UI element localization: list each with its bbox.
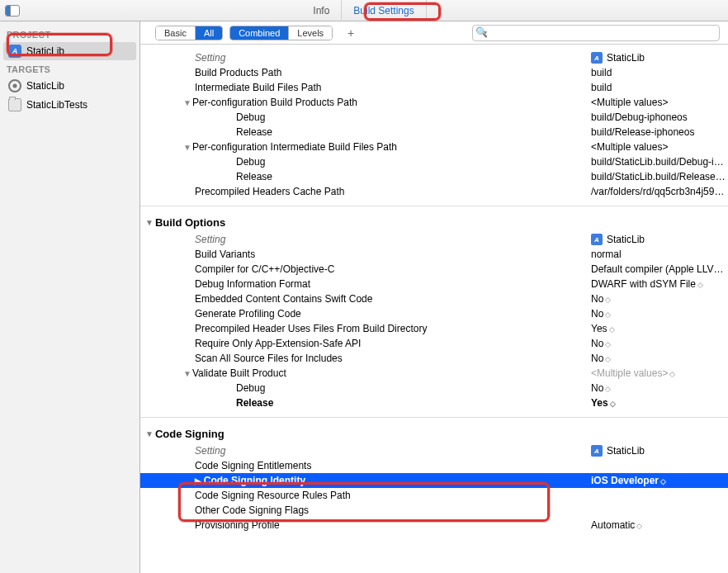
project-icon [591, 445, 603, 457]
sidebar-project-name: StaticLib [26, 45, 64, 57]
setting-val[interactable]: build [591, 65, 728, 80]
setting-val[interactable] [591, 458, 728, 473]
setting-key[interactable]: Release [140, 125, 591, 140]
column-setting: Setting [140, 232, 591, 247]
setting-val[interactable]: build/Release-iphoneos [591, 125, 728, 140]
setting-key[interactable]: Generate Profiling Code [140, 306, 591, 321]
section-code-signing[interactable]: ▼Code Signing [140, 423, 728, 443]
setting-key[interactable]: Compiler for C/C++/Objective-C [140, 262, 591, 277]
setting-group[interactable]: ▼Per-configuration Intermediate Build Fi… [140, 140, 591, 154]
filter-bar: Basic All Combined Levels + 🔍 ▾ [140, 21, 728, 45]
setting-val[interactable]: DWARF with dSYM File◇ [591, 277, 728, 291]
setting-val[interactable]: build/StaticLib.build/Release-iphoneos [591, 169, 728, 184]
column-target: StaticLib [591, 232, 728, 247]
scope-all[interactable]: All [196, 26, 222, 40]
scope-basic[interactable]: Basic [156, 26, 196, 40]
setting-key[interactable]: Precompiled Header Uses Files From Build… [140, 321, 591, 336]
setting-val[interactable]: No◇ [591, 291, 728, 306]
column-target: StaticLib [591, 443, 728, 458]
setting-key[interactable]: Scan All Source Files for Includes [140, 351, 591, 366]
setting-val[interactable]: build [591, 80, 728, 95]
column-target: StaticLib [591, 50, 728, 65]
tab-build-settings[interactable]: Build Settings [342, 0, 426, 21]
setting-key[interactable]: Precompiled Headers Cache Path [140, 184, 591, 199]
target-icon [8, 79, 21, 92]
sidebar-target-tests[interactable]: StaticLibTests [3, 96, 136, 114]
target-label: StaticLibTests [26, 99, 87, 111]
sidebar-toggle[interactable] [5, 5, 20, 17]
add-setting-button[interactable]: + [343, 26, 359, 40]
setting-val[interactable]: build/Debug-iphoneos [591, 110, 728, 125]
setting-key[interactable]: Debug Information Format [140, 277, 591, 291]
setting-val[interactable]: Yes◇ [591, 321, 728, 336]
section-build-options[interactable]: ▼Build Options [140, 211, 728, 232]
setting-val[interactable] [591, 488, 728, 503]
setting-key[interactable]: Release [140, 395, 591, 410]
project-icon [8, 45, 21, 58]
sidebar-project-item[interactable]: StaticLib [3, 42, 136, 60]
setting-key[interactable]: Build Products Path [140, 65, 591, 80]
setting-val[interactable]: No◇ [591, 381, 728, 395]
setting-key[interactable]: Build Variants [140, 247, 591, 262]
sidebar-project-label: PROJECT [0, 26, 139, 41]
setting-val[interactable]: No◇ [591, 336, 728, 351]
setting-val[interactable]: normal [591, 247, 728, 262]
setting-val[interactable] [591, 503, 728, 518]
setting-key[interactable]: Release [140, 169, 591, 184]
target-label: StaticLib [26, 80, 64, 92]
settings-scroll[interactable]: x Setting StaticLib Build Products Pathb… [140, 45, 728, 573]
setting-val[interactable]: <Multiple values> [591, 140, 728, 154]
project-icon [591, 234, 603, 245]
setting-val[interactable]: No◇ [591, 306, 728, 321]
setting-val[interactable]: Default compiler (Apple LLVM 6.0)◇ [591, 262, 728, 277]
setting-val[interactable]: /var/folders/rd/qq5crb3n4j592cdqrs4b6p10… [591, 184, 728, 199]
scope-segment[interactable]: Basic All [155, 26, 223, 40]
setting-group[interactable]: ▼Per-configuration Build Products Path [140, 95, 591, 110]
setting-val[interactable]: <Multiple values>◇ [591, 366, 728, 381]
view-segment[interactable]: Combined Levels [229, 26, 333, 40]
setting-key[interactable]: Provisioning Profile [140, 518, 591, 533]
setting-key[interactable]: Code Signing Entitlements [140, 458, 591, 473]
sidebar-targets-label: TARGETS [0, 61, 139, 76]
folder-icon [8, 98, 21, 111]
setting-val[interactable]: iOS Developer◇ [591, 473, 728, 488]
setting-val[interactable]: build/StaticLib.build/Debug-iphoneos [591, 154, 728, 169]
chevron-down-icon: ▾ [484, 29, 487, 36]
setting-key[interactable]: Intermediate Build Files Path [140, 80, 591, 95]
setting-key[interactable]: Code Signing Resource Rules Path [140, 488, 591, 503]
setting-val[interactable]: Yes◇ [591, 395, 728, 410]
setting-key[interactable]: Embedded Content Contains Swift Code [140, 291, 591, 306]
project-sidebar: PROJECT StaticLib TARGETS StaticLib Stat… [0, 21, 140, 573]
setting-key[interactable]: Debug [140, 154, 591, 169]
setting-key[interactable]: Debug [140, 381, 591, 395]
column-setting: Setting [140, 50, 591, 65]
setting-group[interactable]: ▼Validate Built Product [140, 366, 591, 381]
setting-key[interactable]: Debug [140, 110, 591, 125]
view-levels[interactable]: Levels [289, 26, 332, 40]
view-combined[interactable]: Combined [230, 26, 289, 40]
search-container: 🔍 ▾ [472, 25, 720, 41]
setting-val[interactable]: <Multiple values> [591, 95, 728, 110]
setting-key[interactable]: Other Code Signing Flags [140, 503, 591, 518]
column-setting: Setting [140, 443, 591, 458]
search-input[interactable] [472, 25, 720, 41]
setting-val[interactable]: Automatic◇ [591, 518, 728, 533]
setting-key[interactable]: Require Only App-Extension-Safe API [140, 336, 591, 351]
project-icon [591, 52, 603, 64]
sidebar-target-staticlib[interactable]: StaticLib [3, 77, 136, 95]
setting-val[interactable]: No◇ [591, 351, 728, 366]
tab-info[interactable]: Info [301, 0, 342, 21]
setting-code-signing-identity[interactable]: ▶ Code Signing Identity [140, 473, 591, 488]
